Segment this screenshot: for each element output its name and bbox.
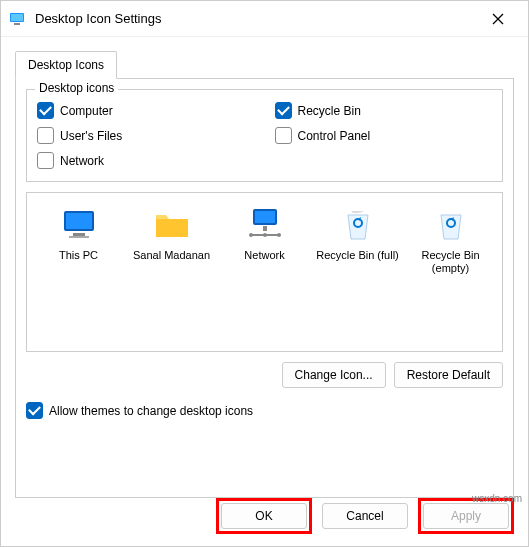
- network-icon: [245, 205, 285, 245]
- checkbox-userfiles-box[interactable]: [37, 127, 54, 144]
- svg-rect-10: [255, 211, 275, 223]
- icon-user-folder[interactable]: Sanal Madanan: [128, 205, 215, 277]
- dialog-button-row: OK Cancel Apply: [216, 498, 514, 534]
- content-area: Desktop Icons Desktop icons Computer Rec…: [1, 37, 528, 498]
- icon-network[interactable]: Network: [221, 205, 308, 277]
- app-icon: [9, 10, 27, 28]
- titlebar: Desktop Icon Settings: [1, 1, 528, 37]
- svg-rect-1: [11, 14, 23, 21]
- checkbox-recycle-label: Recycle Bin: [298, 104, 361, 118]
- icon-recycle-full[interactable]: Recycle Bin (full): [314, 205, 401, 277]
- apply-button[interactable]: Apply: [423, 503, 509, 529]
- checkbox-control[interactable]: Control Panel: [275, 127, 493, 144]
- checkbox-computer-label: Computer: [60, 104, 113, 118]
- tab-panel: Desktop icons Computer Recycle Bin Us: [15, 78, 514, 498]
- cancel-button[interactable]: Cancel: [322, 503, 408, 529]
- ok-button[interactable]: OK: [221, 503, 307, 529]
- fieldset-legend: Desktop icons: [35, 81, 118, 95]
- checkbox-computer-box[interactable]: [37, 102, 54, 119]
- icon-recycle-empty[interactable]: Recycle Bin (empty): [407, 205, 494, 277]
- allow-themes-label: Allow themes to change desktop icons: [49, 404, 253, 418]
- checkbox-control-label: Control Panel: [298, 129, 371, 143]
- svg-rect-11: [263, 226, 267, 231]
- ok-highlight: OK: [216, 498, 312, 534]
- icon-user-label: Sanal Madanan: [128, 249, 215, 277]
- folder-icon: [152, 205, 192, 245]
- checkbox-userfiles-label: User's Files: [60, 129, 122, 143]
- window-title: Desktop Icon Settings: [35, 11, 476, 26]
- checkbox-recycle[interactable]: Recycle Bin: [275, 102, 493, 119]
- icon-row: This PC Sanal Madanan Netw: [35, 205, 494, 277]
- watermark-text: wsxdn.com: [472, 493, 522, 504]
- change-icon-button[interactable]: Change Icon...: [282, 362, 386, 388]
- svg-rect-8: [69, 236, 89, 238]
- tab-desktop-icons[interactable]: Desktop Icons: [15, 51, 117, 79]
- close-button[interactable]: [476, 4, 520, 34]
- svg-rect-6: [66, 213, 92, 229]
- checkbox-network-label: Network: [60, 154, 104, 168]
- checkbox-recycle-box[interactable]: [275, 102, 292, 119]
- checkbox-network-box[interactable]: [37, 152, 54, 169]
- monitor-icon: [59, 205, 99, 245]
- recycle-empty-icon: [431, 205, 471, 245]
- checkbox-control-box[interactable]: [275, 127, 292, 144]
- desktop-icons-fieldset: Desktop icons Computer Recycle Bin Us: [26, 89, 503, 182]
- icon-this-pc[interactable]: This PC: [35, 205, 122, 277]
- checkbox-computer[interactable]: Computer: [37, 102, 255, 119]
- checkbox-grid: Computer Recycle Bin User's Files C: [37, 102, 492, 169]
- checkbox-network[interactable]: Network: [37, 152, 255, 169]
- tab-container: Desktop Icons Desktop icons Computer Rec…: [15, 51, 514, 498]
- restore-default-button[interactable]: Restore Default: [394, 362, 503, 388]
- icon-button-row: Change Icon... Restore Default: [26, 362, 503, 388]
- icon-preview-box: This PC Sanal Madanan Netw: [26, 192, 503, 352]
- checkbox-userfiles[interactable]: User's Files: [37, 127, 255, 144]
- svg-point-13: [249, 233, 253, 237]
- dialog-window: Desktop Icon Settings Desktop Icons Desk…: [0, 0, 529, 547]
- svg-rect-7: [73, 233, 85, 236]
- allow-themes-row[interactable]: Allow themes to change desktop icons: [26, 402, 503, 419]
- svg-rect-2: [14, 23, 20, 25]
- allow-themes-checkbox[interactable]: [26, 402, 43, 419]
- icon-network-label: Network: [221, 249, 308, 277]
- recycle-full-icon: [338, 205, 378, 245]
- svg-point-14: [277, 233, 281, 237]
- svg-point-15: [263, 233, 267, 237]
- icon-recycle-empty-label: Recycle Bin (empty): [407, 249, 494, 277]
- icon-recycle-full-label: Recycle Bin (full): [314, 249, 401, 277]
- icon-this-pc-label: This PC: [35, 249, 122, 277]
